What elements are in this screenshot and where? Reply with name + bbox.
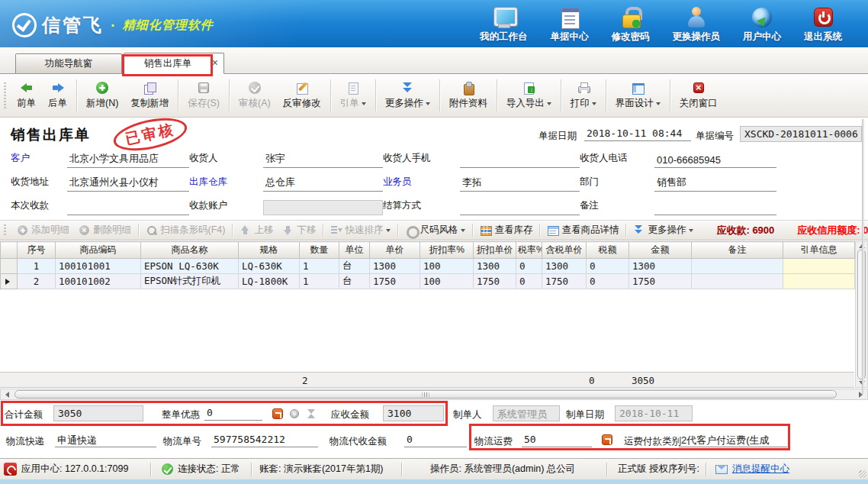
- remark-field[interactable]: [654, 198, 776, 215]
- horizontal-scrollbar[interactable]: [0, 389, 868, 400]
- column-header[interactable]: 单位: [339, 242, 370, 259]
- consignee-phone-field[interactable]: 010-66685945: [654, 151, 776, 168]
- cell[interactable]: 1300: [542, 259, 587, 274]
- cell[interactable]: LQ-1800K: [239, 274, 300, 289]
- cell[interactable]: EPSON针式打印机: [141, 274, 239, 289]
- tab-sales-outbound[interactable]: 销售出库单×: [124, 53, 224, 74]
- copy-new-button[interactable]: 复制新增: [124, 78, 175, 113]
- view-product-detail-button[interactable]: 查看商品详情: [542, 222, 623, 238]
- cell[interactable]: [692, 259, 783, 274]
- next-doc-button[interactable]: 后单: [42, 78, 73, 113]
- cell[interactable]: 0: [516, 259, 542, 274]
- column-header[interactable]: 备注: [692, 242, 783, 259]
- warehouse-field[interactable]: 总仓库: [263, 175, 383, 192]
- cell[interactable]: 1: [300, 274, 339, 289]
- cell[interactable]: 0: [587, 259, 629, 274]
- size-style-button[interactable]: 尺码风格: [400, 222, 470, 238]
- column-header[interactable]: 税率%: [516, 242, 542, 259]
- column-header[interactable]: 税额: [587, 242, 629, 259]
- cell[interactable]: 1300: [474, 259, 516, 274]
- express-field[interactable]: 申通快递: [55, 432, 156, 447]
- more-grid-ops-button[interactable]: 更多操作: [628, 222, 698, 238]
- cell[interactable]: 台: [339, 274, 370, 289]
- cell[interactable]: 1300: [370, 259, 420, 274]
- tab-close-icon[interactable]: ×: [212, 57, 218, 68]
- cell[interactable]: LQ-630K: [239, 259, 300, 274]
- print-button[interactable]: 打印: [564, 78, 603, 113]
- column-header[interactable]: 含税单价: [542, 242, 587, 259]
- department-field[interactable]: 销售部: [654, 175, 776, 192]
- more-ops-button[interactable]: 更多操作: [379, 78, 436, 113]
- scroll-right-button[interactable]: [855, 390, 866, 399]
- document-center-button[interactable]: 单据中心: [551, 6, 589, 44]
- order-discount-field[interactable]: 0: [204, 405, 262, 421]
- cell[interactable]: 100101001: [56, 259, 141, 274]
- hourglass-icon[interactable]: [305, 408, 317, 420]
- consignee-mobile-field[interactable]: [460, 151, 580, 168]
- view-inventory-button[interactable]: 查看库存: [475, 222, 537, 238]
- column-header[interactable]: 数量: [300, 242, 339, 259]
- salesman-field[interactable]: 李拓: [460, 175, 580, 192]
- discount-icon[interactable]: [272, 408, 284, 420]
- customer-field[interactable]: 北京小学文具用品店: [67, 151, 189, 168]
- cell[interactable]: 台: [339, 259, 370, 274]
- cell[interactable]: 0: [587, 274, 629, 289]
- message-center-link[interactable]: 消息提醒中心: [706, 463, 789, 476]
- cell[interactable]: [692, 274, 783, 289]
- settlement-method-field[interactable]: [460, 198, 580, 215]
- table-row[interactable]: 1100101001EPSON LQ-630KLQ-630K1台13001001…: [1, 259, 855, 274]
- scroll-left-button[interactable]: [2, 390, 13, 399]
- prev-doc-button[interactable]: 前单: [11, 78, 42, 113]
- cell[interactable]: 1750: [629, 274, 692, 289]
- switch-operator-button[interactable]: 更换操作员: [673, 6, 721, 44]
- exit-system-button[interactable]: 退出系统: [804, 6, 842, 44]
- message-center-text[interactable]: 消息提醒中心: [732, 463, 789, 476]
- payment-account-field[interactable]: [263, 200, 383, 215]
- import-export-button[interactable]: 导入导出: [500, 78, 558, 113]
- cell[interactable]: 100: [420, 274, 474, 289]
- cell[interactable]: 100: [420, 259, 474, 274]
- change-password-button[interactable]: 修改密码: [612, 6, 650, 44]
- column-header[interactable]: 单价: [370, 242, 420, 259]
- column-header[interactable]: 商品名称: [141, 242, 239, 259]
- cell[interactable]: 1300: [629, 259, 692, 274]
- column-header[interactable]: 金额: [629, 242, 692, 259]
- column-header[interactable]: 序号: [18, 242, 56, 259]
- resize-grip[interactable]: [859, 470, 866, 478]
- cell[interactable]: 1750: [370, 274, 420, 289]
- freight-discount-icon[interactable]: [601, 434, 613, 446]
- tracking-no-field[interactable]: 597758542212: [211, 432, 318, 447]
- delivery-address-field[interactable]: 北京通州火县小仪村: [67, 175, 189, 192]
- cell[interactable]: 1750: [542, 274, 587, 289]
- cod-amount-field[interactable]: 0: [404, 432, 467, 447]
- freight-field[interactable]: 50: [522, 432, 592, 447]
- cell[interactable]: 1: [300, 259, 339, 274]
- cell[interactable]: 1750: [474, 274, 516, 289]
- column-header[interactable]: 规格: [239, 242, 300, 259]
- horizontal-scrollbar-thumb[interactable]: [14, 390, 837, 398]
- coin-icon[interactable]: [288, 408, 301, 420]
- payment-now-field[interactable]: [67, 198, 189, 215]
- unaudit-button[interactable]: 反审修改: [277, 78, 327, 113]
- user-center-button[interactable]: 用户中心: [743, 6, 781, 44]
- column-header[interactable]: 折扣率%: [420, 242, 474, 259]
- cell[interactable]: EPSON LQ-630K: [141, 259, 239, 274]
- cell[interactable]: 100101002: [56, 274, 141, 289]
- freight-pay-type-field[interactable]: 2代客户付运费(生成: [679, 432, 787, 447]
- consignee-field[interactable]: 张宇: [263, 151, 383, 168]
- ui-design-button[interactable]: 界面设计: [609, 78, 667, 113]
- cell[interactable]: 2: [18, 274, 56, 289]
- cell[interactable]: 1: [18, 259, 56, 274]
- cell[interactable]: [783, 259, 855, 274]
- new-button[interactable]: 新增(N): [80, 78, 124, 113]
- close-window-button[interactable]: 关闭窗口: [674, 78, 724, 113]
- column-header[interactable]: 商品编码: [56, 242, 141, 259]
- cell[interactable]: [783, 274, 855, 289]
- attachment-button[interactable]: 附件资料: [443, 78, 493, 113]
- doc-date-field[interactable]: 2018-10-11 08:44: [584, 127, 691, 141]
- table-row[interactable]: 2100101002EPSON针式打印机LQ-1800K1台1750100175…: [1, 274, 855, 289]
- tab-function-nav[interactable]: 功能导航窗: [15, 53, 122, 73]
- column-header[interactable]: 折扣单价: [474, 242, 516, 259]
- my-workstation-button[interactable]: 我的工作台: [480, 6, 528, 44]
- column-header[interactable]: 引单信息: [783, 242, 855, 259]
